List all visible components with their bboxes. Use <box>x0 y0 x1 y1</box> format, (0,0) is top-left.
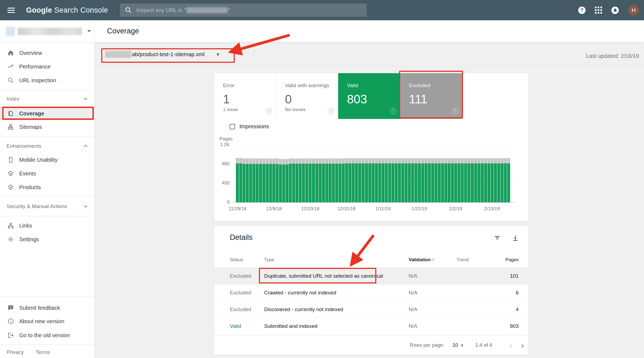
search-placeholder-prefix: Inspect any URL in " <box>136 7 186 13</box>
section-header-security-manual-actions[interactable]: Security & Manual Actions <box>0 201 95 212</box>
chart-bar <box>478 158 481 202</box>
sidebar-item-links[interactable]: Links <box>0 219 95 232</box>
sidebar-item-go-old-version[interactable]: Go to the old version <box>0 328 95 342</box>
section-label: Index <box>7 96 19 102</box>
chevron-down-icon[interactable]: ▾ <box>461 342 463 348</box>
exit-arrow-icon <box>7 332 14 339</box>
next-page-button[interactable]: › <box>517 341 528 350</box>
help-circle-icon[interactable]: ? <box>390 108 396 114</box>
chart-bar <box>461 158 464 202</box>
terms-link[interactable]: Terms <box>36 349 50 355</box>
url-inspection-search-input[interactable]: Inspect any URL in " " <box>120 4 367 17</box>
table-row[interactable]: Valid Submitted and indexed N/A 803 <box>214 318 528 335</box>
coverage-chart-bars <box>236 144 510 202</box>
trending-up-icon <box>7 63 14 70</box>
chart-bar <box>312 158 315 202</box>
sidebar-item-events[interactable]: Events <box>0 167 95 180</box>
chart-bar <box>279 159 282 202</box>
column-validation-sorted[interactable]: Validation ↑ <box>409 257 457 263</box>
sidebar-item-settings[interactable]: Settings <box>0 232 95 246</box>
last-updated-label: Last updated: 2/18/19 <box>586 53 639 59</box>
impressions-checkbox[interactable] <box>230 124 235 129</box>
chart-bar <box>246 158 249 202</box>
chart-bar <box>236 158 239 202</box>
section-header-index[interactable]: Index <box>0 93 95 104</box>
impressions-toggle[interactable]: Impressions <box>230 123 269 130</box>
column-type[interactable]: Type <box>264 257 409 263</box>
table-row[interactable]: Excluded Duplicate, submitted URL not se… <box>214 268 528 285</box>
column-trend[interactable]: Trend <box>457 257 497 263</box>
property-selector[interactable] <box>0 20 95 42</box>
sidebar-item-mobile-usability[interactable]: Mobile Usability <box>0 153 95 167</box>
chart-bar <box>342 158 345 202</box>
help-circle-icon[interactable]: ? <box>328 108 334 114</box>
stat-card-valid-with-warnings[interactable]: Valid with warnings 0 No issues ? <box>276 73 338 119</box>
notifications-bell-icon[interactable] <box>611 7 619 14</box>
chart-bar <box>431 158 434 202</box>
chart-bar <box>269 158 272 202</box>
chart-bar <box>256 158 259 202</box>
chart-bar <box>438 158 441 202</box>
sidebar-item-performance[interactable]: Performance <box>0 60 95 73</box>
account-tree-icon <box>7 222 14 229</box>
help-circle-icon[interactable]: ? <box>266 108 272 114</box>
previous-page-button[interactable]: ‹ <box>505 341 517 350</box>
x-tick-label: 1/22/19 <box>411 206 427 212</box>
help-circle-icon[interactable]: ? <box>452 108 458 114</box>
stat-label: Excluded <box>409 83 462 89</box>
help-icon[interactable]: ? <box>578 7 586 14</box>
chevron-up-icon <box>83 145 88 147</box>
chart-bar <box>345 158 348 202</box>
info-icon <box>7 318 14 325</box>
filter-icon[interactable] <box>494 234 501 243</box>
chart-bar <box>319 158 322 202</box>
details-card: Details Status Type Validation ↑ Trend P… <box>214 226 528 355</box>
y-tick-label: 400 <box>218 180 230 186</box>
chart-bar <box>242 158 245 202</box>
stat-card-error[interactable]: Error 1 1 issue ? <box>214 73 276 119</box>
chart-bar <box>444 158 447 202</box>
stat-card-valid[interactable]: Valid 803 ? <box>338 73 400 119</box>
column-status[interactable]: Status <box>230 257 264 263</box>
sidebar-item-label: Mobile Usability <box>19 157 58 163</box>
chart-bar <box>315 158 318 202</box>
avatar[interactable]: H <box>628 5 639 16</box>
stat-label: Valid with warnings <box>285 83 338 89</box>
section-header-enhancements[interactable]: Enhancements <box>0 141 95 152</box>
filter-bar: ab/product-test-1-sitemap.xml ▾ Last upd… <box>95 42 644 67</box>
sitemap-filter-dropdown[interactable]: ab/product-test-1-sitemap.xml ▾ <box>105 51 219 58</box>
avatar-letter: H <box>631 7 635 13</box>
chart-bar <box>302 158 305 202</box>
app-logo: GoogleSearch Console <box>26 6 108 15</box>
sidebar-item-products[interactable]: Products <box>0 180 95 194</box>
x-tick-label: 12/31/18 <box>338 206 356 212</box>
chart-bar <box>414 158 417 202</box>
y-tick-label: 1.2K <box>218 142 230 147</box>
sidebar-item-about-new-version[interactable]: About new version <box>0 314 95 328</box>
sidebar-item-coverage[interactable]: Coverage <box>0 107 95 120</box>
section-label: Enhancements <box>7 143 41 149</box>
x-tick-label: 12/20/18 <box>301 206 319 212</box>
table-row[interactable]: Excluded Crawled - currently not indexed… <box>214 285 528 301</box>
table-pagination: Rows per page: 10 ▾ 1-4 of 4 ‹ › <box>214 335 528 355</box>
sidebar-item-url-inspection[interactable]: URL inspection <box>0 73 95 87</box>
phone-icon <box>7 157 14 163</box>
rows-per-page-select[interactable]: 10 <box>453 342 458 348</box>
cell-pages: 6 <box>497 290 519 296</box>
hamburger-menu-icon[interactable] <box>7 8 15 13</box>
sidebar-item-submit-feedback[interactable]: Submit feedback <box>0 301 95 315</box>
section-label: Security & Manual Actions <box>7 203 67 209</box>
table-row[interactable]: Excluded Discovered - currently not inde… <box>214 301 528 318</box>
chart-bar <box>305 158 308 202</box>
privacy-link[interactable]: Privacy <box>7 349 24 355</box>
chart-bar <box>474 158 477 202</box>
chart-bar <box>451 158 454 202</box>
sidebar-item-sitemaps[interactable]: Sitemaps <box>0 120 95 134</box>
sitemap-url-blurred-prefix <box>105 51 131 58</box>
download-icon[interactable] <box>512 234 519 243</box>
chart-bar <box>368 158 371 202</box>
column-pages[interactable]: Pages <box>497 257 519 263</box>
sidebar-item-overview[interactable]: Overview <box>0 46 95 60</box>
stat-card-excluded[interactable]: Excluded 111 ? <box>400 73 462 119</box>
google-apps-grid-icon[interactable] <box>595 7 602 14</box>
